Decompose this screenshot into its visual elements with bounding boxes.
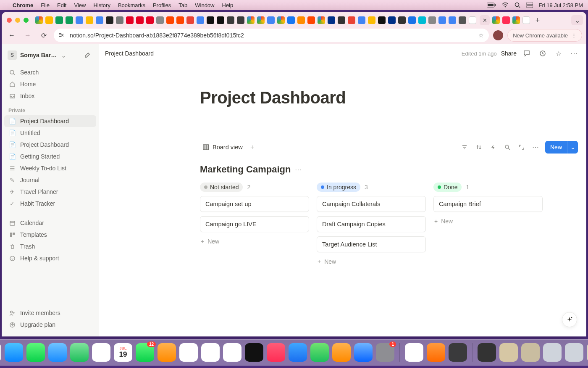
new-button[interactable]: New ⌄ [545, 141, 578, 154]
db-title-more-icon[interactable]: ⋯ [295, 166, 302, 174]
favicon[interactable] [35, 16, 43, 24]
dock-contacts-icon[interactable] [158, 343, 176, 362]
dock-mail-icon[interactable] [48, 343, 67, 362]
favicon[interactable] [408, 16, 416, 24]
favicon[interactable] [307, 16, 315, 24]
profile-avatar-icon[interactable] [493, 30, 503, 40]
favicon[interactable] [297, 16, 305, 24]
dock-recent-icon[interactable] [543, 343, 562, 362]
dock-preview-icon[interactable] [449, 343, 467, 362]
board-card[interactable]: Campaign Collaterals [317, 196, 426, 212]
menu-help[interactable]: Help [222, 2, 234, 8]
menu-profiles[interactable]: Profiles [153, 2, 171, 8]
sidebar-page-item[interactable]: 📄Getting Started [4, 151, 96, 162]
board-card[interactable]: Draft Campaign Copies [317, 216, 426, 232]
sidebar-item-home[interactable]: Home [4, 78, 96, 90]
board-card[interactable]: Campaign Brief [433, 196, 543, 212]
omnibox[interactable]: notion.so/Project-Dashboard-ab1883e2f877… [54, 29, 489, 42]
tab-close-icon[interactable]: ✕ [480, 15, 490, 25]
share-button[interactable]: Share [501, 50, 517, 57]
dock-recent-icon[interactable] [499, 343, 518, 362]
favicon[interactable] [267, 16, 275, 24]
more-icon[interactable]: ⋯ [569, 48, 580, 59]
favicon[interactable] [116, 16, 123, 24]
view-switcher[interactable]: Board view [200, 142, 245, 152]
favicon[interactable] [277, 16, 285, 24]
dock-music-icon[interactable] [267, 343, 285, 362]
favicon[interactable] [438, 16, 446, 24]
board-card[interactable]: Target Audience List [317, 236, 426, 252]
favicon[interactable] [418, 16, 426, 24]
chevron-down-icon[interactable]: ⌄ [567, 141, 578, 154]
dock-safari-icon[interactable] [5, 343, 23, 362]
sidebar-item-calendar[interactable]: Calendar [4, 217, 96, 229]
dock-launchpad-icon[interactable] [0, 343, 1, 362]
updates-icon[interactable] [537, 48, 549, 59]
favicon[interactable] [45, 16, 53, 24]
sidebar-item-trash[interactable]: Trash [4, 241, 96, 252]
favicon[interactable] [227, 16, 234, 24]
control-center-icon[interactable] [526, 3, 533, 8]
sidebar-page-item[interactable]: 📄Project Dashboard [4, 115, 96, 127]
dock-appstore-icon[interactable] [354, 343, 373, 362]
favicon[interactable] [257, 16, 265, 24]
favicon[interactable] [449, 16, 456, 24]
favicon[interactable] [318, 16, 325, 24]
add-card-button[interactable]: +New [317, 257, 426, 267]
favicon[interactable] [76, 16, 83, 24]
menubar-app-name[interactable]: Chrome [13, 2, 33, 8]
favicon[interactable] [492, 16, 500, 24]
workspace-switcher[interactable]: S Somya Bar… ⌄ [4, 47, 96, 63]
favicon[interactable] [66, 16, 73, 24]
nav-back-button[interactable]: ← [6, 29, 18, 41]
sidebar-item-upgrade[interactable]: Upgrade plan [4, 319, 96, 331]
site-info-icon[interactable] [59, 32, 66, 38]
dock-reminders-icon[interactable] [179, 343, 198, 362]
nav-forward-button[interactable]: → [22, 29, 34, 41]
sidebar-page-item[interactable]: ✓Habit Tracker [4, 198, 96, 209]
favicon[interactable] [237, 16, 244, 24]
new-tab-icon[interactable]: + [533, 15, 543, 25]
automation-icon[interactable] [488, 142, 498, 152]
menubar-datetime[interactable]: Fri 19 Jul 2:58 PM [539, 2, 583, 8]
favicon[interactable] [186, 16, 194, 24]
favicon-active[interactable] [469, 16, 476, 24]
dock-photos-icon[interactable] [92, 343, 110, 362]
favicon[interactable] [512, 16, 520, 24]
sidebar-item-search[interactable]: Search [4, 66, 96, 78]
dock-keynote-icon[interactable] [289, 343, 307, 362]
chrome-update-chip[interactable]: New Chrome available ⋮ [507, 29, 582, 42]
menu-edit[interactable]: Edit [57, 2, 66, 8]
search-db-icon[interactable] [502, 142, 512, 152]
database-title[interactable]: Marketing Campaign [200, 164, 291, 175]
dock-maps-icon[interactable] [70, 343, 89, 362]
favicon[interactable] [96, 16, 103, 24]
dock-numbers-icon[interactable] [310, 343, 329, 362]
close-window-icon[interactable] [7, 18, 12, 23]
ai-fab-icon[interactable] [562, 312, 577, 327]
db-more-icon[interactable]: ⋯ [531, 142, 541, 152]
wifi-icon[interactable] [502, 3, 509, 8]
sidebar-item-inbox[interactable]: Inbox [4, 90, 96, 102]
favicon[interactable] [136, 16, 144, 24]
board-card[interactable]: Campaign go LIVE [200, 216, 309, 232]
favicon[interactable] [388, 16, 396, 24]
sidebar-item-invite[interactable]: Invite members [4, 307, 96, 319]
battery-icon[interactable] [487, 3, 496, 8]
minimize-window-icon[interactable] [15, 18, 20, 23]
add-card-button[interactable]: +New [200, 236, 309, 246]
favicon[interactable] [328, 16, 335, 24]
dock-recent-icon[interactable] [521, 343, 540, 362]
favicon[interactable] [398, 16, 406, 24]
menu-file[interactable]: File [41, 2, 50, 8]
favicon[interactable] [428, 16, 436, 24]
favicon[interactable] [358, 16, 365, 24]
favicon[interactable] [86, 16, 93, 24]
favicon[interactable] [146, 16, 154, 24]
dock-notes-icon[interactable] [201, 343, 220, 362]
column-header[interactable]: Done 1 [433, 183, 543, 192]
favicon[interactable] [338, 16, 345, 24]
dock-pages-icon[interactable] [332, 343, 351, 362]
favicon[interactable] [217, 16, 224, 24]
dock-facetime-icon[interactable] [136, 343, 154, 362]
